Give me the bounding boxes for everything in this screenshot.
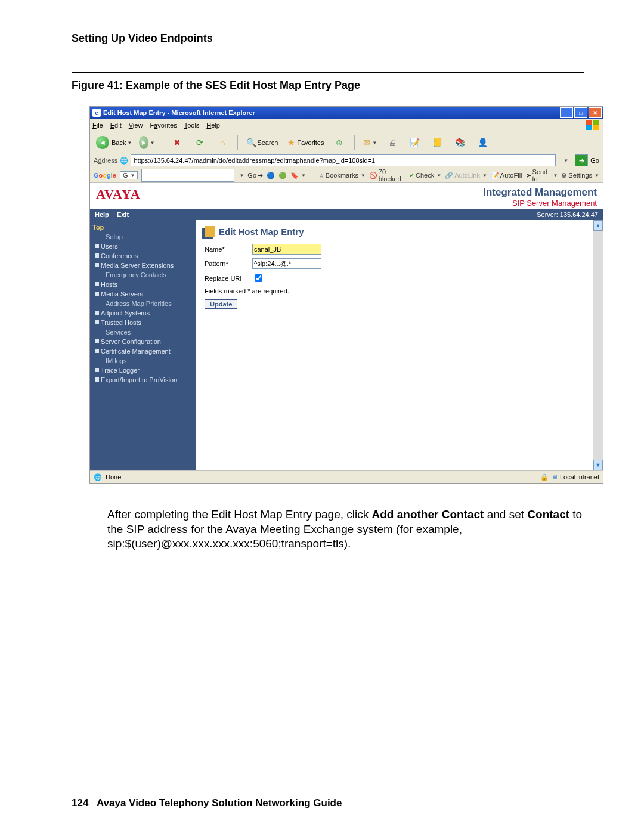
menu-bar: File Edit View Favorites Tools Help xyxy=(90,119,603,132)
figure-caption: Figure 41: Example of the SES Edit Host … xyxy=(72,79,584,92)
nav-trusted[interactable]: Trusted Hosts xyxy=(92,318,194,327)
server-label: Server: 135.64.24.47 xyxy=(537,211,598,218)
go-label: Go xyxy=(590,157,599,164)
menu-edit[interactable]: Edit xyxy=(110,122,122,129)
forward-button[interactable]: ►▼ xyxy=(137,135,157,150)
brand-line2: SIP Server Management xyxy=(483,199,597,208)
close-button[interactable]: ✕ xyxy=(589,107,602,118)
nav-adjunct[interactable]: Adjunct Systems xyxy=(92,308,194,318)
google-check[interactable]: ✔ Check ▼ xyxy=(409,172,441,179)
stop-button[interactable]: ✖ xyxy=(167,135,187,150)
edit-button[interactable]: 📝 xyxy=(405,135,425,150)
page-icon: 🌐 xyxy=(120,156,128,165)
google-blocked[interactable]: 🚫 70 blocked xyxy=(369,168,405,182)
status-bar: 🌐 Done 🔒 🖥 Local intranet xyxy=(90,470,603,483)
nav-conferences[interactable]: Conferences xyxy=(92,251,194,261)
menu-view[interactable]: View xyxy=(129,122,143,129)
google-toolbar: Google G▼ ▼ Go ➔ 🔵 🟢 🔖▼ ☆ Bookmarks▼ 🚫 7… xyxy=(90,168,603,183)
required-note: Fields marked * are required. xyxy=(205,287,584,295)
scrollbar[interactable]: ▲ ▼ xyxy=(593,220,603,470)
main-area: Edit Host Map Entry Name* Pattern* Repla… xyxy=(196,220,593,470)
scroll-up-button[interactable]: ▲ xyxy=(593,220,603,231)
page-status-icon: 🌐 xyxy=(94,473,102,481)
google-menu[interactable]: G▼ xyxy=(120,171,138,179)
google-search-dropdown[interactable]: ▼ xyxy=(239,173,244,178)
app-topbar: Help Exit Server: 135.64.24.47 xyxy=(90,209,603,220)
google-brand: Google xyxy=(94,172,116,179)
nav-serverconf[interactable]: Server Configuration xyxy=(92,337,194,346)
nav-hosts[interactable]: Hosts xyxy=(92,280,194,289)
address-dropdown[interactable]: ▼ xyxy=(558,153,572,168)
windows-logo-icon xyxy=(586,120,600,131)
zone-icon: 🖥 xyxy=(551,473,558,481)
body-paragraph: After completing the Edit Host Map Entry… xyxy=(107,507,584,552)
minimize-button[interactable]: _ xyxy=(560,107,573,118)
screenshot-frame: e Edit Host Map Entry - Microsoft Intern… xyxy=(89,106,603,484)
research-button[interactable]: 📚 xyxy=(450,135,470,150)
page-footer: 124 Avaya Video Telephony Solution Netwo… xyxy=(72,797,342,809)
status-done: Done xyxy=(106,473,121,481)
google-bookmarks[interactable]: ☆ Bookmarks▼ xyxy=(318,172,366,179)
address-label: Address xyxy=(94,157,117,164)
address-input[interactable] xyxy=(131,154,556,166)
google-sendto[interactable]: ➤ Send to▼ xyxy=(526,168,558,182)
nav-services[interactable]: Services xyxy=(92,327,194,337)
google-go[interactable]: Go ➔ xyxy=(247,172,263,179)
footer-title: Avaya Video Telephony Solution Networkin… xyxy=(97,797,342,809)
nav-trace[interactable]: Trace Logger xyxy=(92,366,194,375)
name-label: Name* xyxy=(205,246,252,253)
nav-certmgmt[interactable]: Certificate Management xyxy=(92,346,194,356)
search-button[interactable]: 🔍Search xyxy=(243,135,280,150)
google-btn3[interactable]: 🔖▼ xyxy=(290,172,306,179)
print-button[interactable]: 🖨 xyxy=(382,135,402,150)
nav-imlogs[interactable]: IM logs xyxy=(92,356,194,366)
menu-file[interactable]: File xyxy=(92,122,103,129)
google-settings[interactable]: ⚙ Settings▼ xyxy=(561,172,599,179)
ie-icon: e xyxy=(92,109,101,117)
maximize-button[interactable]: □ xyxy=(574,107,587,118)
ie-toolbar: ◄ Back ▼ ►▼ ✖ ⟳ ⌂ 🔍Search ★Favorites ⊕ ✉… xyxy=(90,132,603,153)
status-zone: Local intranet xyxy=(560,473,599,481)
google-search-input[interactable] xyxy=(141,169,234,182)
nav-top[interactable]: Top xyxy=(92,224,194,231)
update-button[interactable]: Update xyxy=(205,299,237,309)
history-button[interactable]: ⊕ xyxy=(329,135,349,150)
nav-emergency[interactable]: Emergency Contacts xyxy=(92,270,194,280)
pattern-input[interactable] xyxy=(252,258,321,269)
nav-mse[interactable]: Media Server Extensions xyxy=(92,261,194,270)
horizontal-rule xyxy=(72,72,584,73)
mail-button[interactable]: ✉▼ xyxy=(360,135,380,150)
nav-amp[interactable]: Address Map Priorities xyxy=(92,299,194,308)
back-button[interactable]: ◄ Back ▼ xyxy=(94,135,134,150)
discuss-button[interactable]: 📒 xyxy=(428,135,448,150)
refresh-button[interactable]: ⟳ xyxy=(190,135,210,150)
menu-tools[interactable]: Tools xyxy=(184,122,200,129)
window-title: Edit Host Map Entry - Microsoft Internet… xyxy=(103,109,559,116)
lock-icon: 🔒 xyxy=(540,473,549,481)
nav-setup[interactable]: Setup xyxy=(92,232,194,241)
menu-favorites[interactable]: Favorites xyxy=(150,122,177,129)
help-link[interactable]: Help xyxy=(95,211,109,218)
page-title: Edit Host Map Entry xyxy=(219,227,304,237)
home-button[interactable]: ⌂ xyxy=(212,135,233,150)
messenger-button[interactable]: 👤 xyxy=(473,135,493,150)
app-banner: AVAYA Integrated Management SIP Server M… xyxy=(90,183,603,209)
replace-checkbox[interactable] xyxy=(255,274,262,282)
go-button[interactable]: ➔ xyxy=(575,154,588,166)
pattern-label: Pattern* xyxy=(205,260,252,267)
nav-export[interactable]: Export/Import to ProVision xyxy=(92,375,194,385)
menu-help[interactable]: Help xyxy=(206,122,220,129)
scroll-down-button[interactable]: ▼ xyxy=(593,460,603,470)
name-input[interactable] xyxy=(252,244,321,255)
favorites-button[interactable]: ★Favorites xyxy=(283,135,326,150)
nav-mediaservers[interactable]: Media Servers xyxy=(92,289,194,299)
google-btn2[interactable]: 🟢 xyxy=(278,172,287,179)
exit-link[interactable]: Exit xyxy=(117,211,129,218)
google-btn1[interactable]: 🔵 xyxy=(267,172,275,179)
page-title-icon xyxy=(205,226,215,237)
nav-users[interactable]: Users xyxy=(92,241,194,251)
google-autolink[interactable]: 🔗 AutoLink ▼ xyxy=(445,172,487,179)
page-content: AVAYA Integrated Management SIP Server M… xyxy=(90,183,603,470)
google-autofill[interactable]: 📝 AutoFill xyxy=(491,172,522,179)
sidebar: Top Setup Users Conferences Media Server… xyxy=(90,220,196,470)
